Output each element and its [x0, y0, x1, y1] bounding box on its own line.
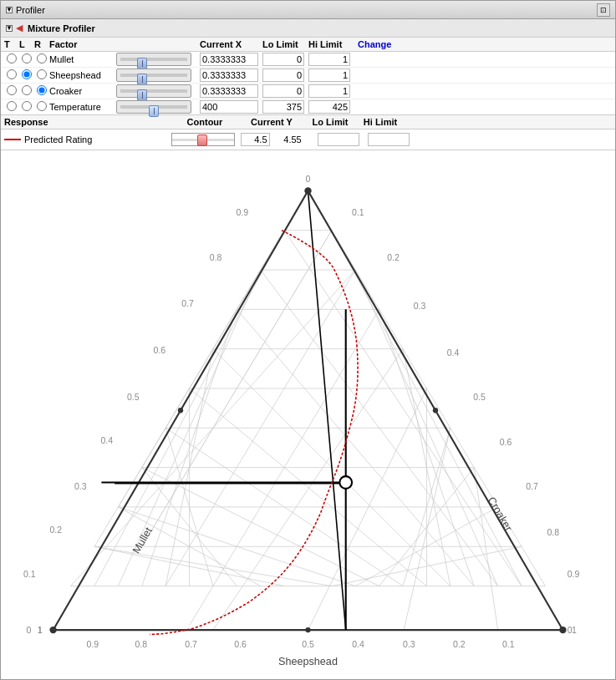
l-radio-mullet[interactable]: [19, 53, 34, 65]
slider-sheepshead[interactable]: [116, 69, 200, 82]
col-lo-header: Lo Limit: [262, 39, 308, 49]
svg-text:0.7: 0.7: [181, 298, 194, 308]
svg-text:1: 1: [572, 625, 577, 635]
pred-rating-label: Predicted Rating: [4, 134, 171, 145]
lo-col-label: Lo Limit: [305, 117, 355, 127]
svg-text:0.8: 0.8: [210, 252, 222, 262]
r-radio-temp[interactable]: [34, 101, 49, 113]
change-link[interactable]: Change: [358, 39, 391, 49]
response-col-label: Response: [4, 117, 171, 127]
svg-line-20: [474, 468, 497, 631]
svg-text:0.6: 0.6: [234, 639, 247, 649]
col-curx-header: Current X: [200, 39, 262, 49]
chart-area: 0 1 0 0.1 0.2 0.3 0.4 0.5 0.6 0.7 0.8 0.…: [1, 150, 615, 679]
svg-text:0.9: 0.9: [87, 639, 99, 649]
table-row: Croaker: [1, 84, 615, 99]
sheepshead-axis-label: Sheepshead: [278, 656, 338, 667]
table-row: Temperature: [1, 99, 615, 115]
lo-value[interactable]: [313, 133, 364, 146]
slider-mullet[interactable]: [116, 53, 200, 66]
svg-text:0.5: 0.5: [473, 392, 486, 402]
title-bar: ▼ Profiler ⊡: [1, 1, 615, 19]
currenty-value: 4.55: [272, 134, 313, 145]
svg-text:0.9: 0.9: [568, 569, 580, 579]
svg-text:0.5: 0.5: [302, 639, 314, 649]
profiler-window: ▼ Profiler ⊡ ▼ ◀ Mixture Profiler T L R …: [0, 0, 616, 680]
curx-croaker[interactable]: [200, 84, 262, 98]
lo-sheepshead[interactable]: [262, 69, 308, 82]
svg-text:0.2: 0.2: [387, 252, 400, 262]
lo-temp[interactable]: [262, 100, 308, 114]
hi-temp[interactable]: [308, 100, 354, 114]
slider-croaker[interactable]: [116, 84, 200, 98]
response-thumb[interactable]: [197, 134, 207, 146]
table-row: Sheepshead: [1, 68, 615, 84]
r-radio-sheepshead[interactable]: [34, 69, 49, 81]
curx-sheepshead[interactable]: [200, 69, 262, 82]
hi-sheepshead[interactable]: [308, 69, 354, 82]
panel-header: ▼ ◀ Mixture Profiler: [1, 19, 615, 38]
curx-mullet[interactable]: [200, 53, 262, 66]
svg-point-58: [178, 408, 183, 413]
svg-text:0.2: 0.2: [49, 525, 62, 535]
svg-point-56: [49, 627, 56, 633]
svg-line-51: [308, 190, 346, 630]
pred-rating-text: Predicted Rating: [24, 134, 92, 145]
r-radio-croaker[interactable]: [34, 85, 49, 97]
factor-mullet: Mullet: [49, 54, 116, 64]
svg-text:0.5: 0.5: [127, 392, 140, 402]
main-content: T L R Factor Current X Lo Limit Hi Limit…: [1, 38, 615, 679]
window-title: Profiler: [16, 5, 45, 15]
svg-text:0.6: 0.6: [154, 345, 166, 355]
curx-temp[interactable]: [200, 100, 262, 114]
svg-text:0.8: 0.8: [547, 527, 560, 537]
t-radio-mullet[interactable]: [4, 53, 19, 65]
factor-croaker: Croaker: [49, 86, 116, 96]
svg-marker-49: [53, 190, 563, 630]
l-radio-sheepshead[interactable]: [19, 69, 34, 81]
l-radio-temp[interactable]: [19, 101, 34, 113]
svg-text:0.8: 0.8: [135, 639, 147, 649]
l-radio-croaker[interactable]: [19, 85, 34, 97]
svg-line-18: [308, 388, 427, 630]
hi-value[interactable]: [364, 133, 414, 146]
svg-line-19: [404, 428, 451, 630]
panel-marker: ◀: [16, 23, 23, 33]
slider-temp[interactable]: [116, 100, 200, 114]
t-radio-croaker[interactable]: [4, 85, 19, 97]
hi-croaker[interactable]: [308, 84, 354, 98]
svg-text:0.1: 0.1: [352, 207, 364, 217]
r-radio-mullet[interactable]: [34, 53, 49, 65]
col-factor-header: Factor: [49, 39, 116, 49]
panel-title: Mixture Profiler: [28, 23, 95, 33]
ternary-chart[interactable]: 0 1 0 0.1 0.2 0.3 0.4 0.5 0.6 0.7 0.8 0.…: [9, 159, 607, 671]
col-r-header: R: [34, 39, 49, 49]
t-radio-sheepshead[interactable]: [4, 69, 19, 81]
resize-button[interactable]: ⊡: [597, 3, 610, 17]
currenty-col-label: Current Y: [238, 117, 305, 127]
svg-text:0.3: 0.3: [74, 481, 87, 491]
svg-text:0.1: 0.1: [502, 639, 515, 649]
svg-point-55: [304, 187, 311, 194]
response-slider[interactable]: [171, 131, 238, 148]
svg-line-24: [237, 309, 474, 586]
response-row: Predicted Rating 4.55: [1, 129, 615, 150]
contour-value[interactable]: [238, 133, 272, 146]
table-header: T L R Factor Current X Lo Limit Hi Limit…: [1, 38, 615, 52]
factor-sheepshead: Sheepshead: [49, 70, 116, 80]
svg-text:0.7: 0.7: [526, 481, 538, 491]
lo-croaker[interactable]: [262, 84, 308, 98]
collapse-icon[interactable]: ▼: [6, 7, 13, 13]
svg-text:0.9: 0.9: [236, 207, 248, 217]
contour-line: [150, 231, 358, 635]
panel-collapse-icon[interactable]: ▼: [6, 25, 13, 32]
svg-text:0.4: 0.4: [100, 435, 113, 445]
col-l-header: L: [19, 39, 34, 49]
svg-text:0.1: 0.1: [23, 569, 36, 579]
t-radio-temp[interactable]: [4, 101, 19, 113]
hi-mullet[interactable]: [308, 53, 354, 66]
lo-mullet[interactable]: [262, 53, 308, 66]
svg-point-57: [559, 627, 566, 633]
svg-point-59: [433, 408, 438, 413]
col-hi-header: Hi Limit: [308, 39, 354, 49]
